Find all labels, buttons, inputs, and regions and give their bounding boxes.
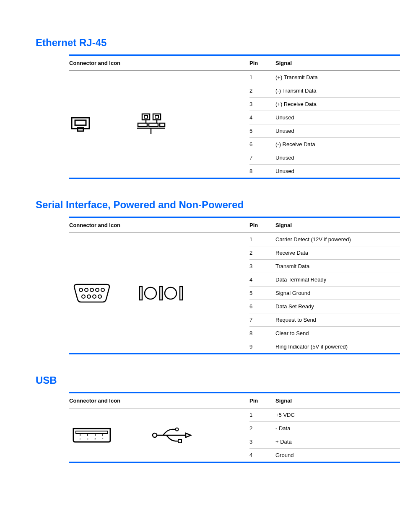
svg-point-18: [101, 288, 104, 292]
th-pin: Pin: [249, 393, 275, 408]
pin: 5: [249, 287, 275, 300]
pin: 3: [249, 98, 275, 111]
signal: + Data: [275, 435, 400, 449]
signal: Receive Data: [275, 246, 400, 260]
usb-trident-icon: [151, 426, 192, 444]
signal: Data Set Ready: [275, 300, 400, 313]
signal: Ground: [275, 449, 400, 462]
pin: 2: [249, 84, 275, 98]
signal: Ring Indicator (5V if powered): [275, 340, 400, 354]
pin: 1: [249, 408, 275, 422]
section-ethernet: Ethernet RJ-45 Connector and Icon Pin Si…: [36, 37, 371, 179]
pin: 8: [249, 165, 275, 178]
pin: 4: [249, 273, 275, 287]
th-connector: Connector and Icon: [69, 55, 249, 71]
svg-rect-11: [160, 123, 165, 127]
pin: 4: [249, 111, 275, 124]
pin: 2: [249, 246, 275, 260]
svg-rect-27: [180, 287, 182, 300]
th-pin: Pin: [249, 55, 275, 71]
pin: 9: [249, 340, 275, 354]
svg-rect-5: [153, 114, 161, 120]
pin: 3: [249, 260, 275, 273]
signal: - Data: [275, 422, 400, 435]
svg-point-24: [145, 287, 156, 299]
svg-point-37: [153, 433, 157, 437]
svg-text:1: 1: [79, 437, 81, 440]
svg-text:4: 4: [102, 437, 104, 440]
signal: (-) Receive Data: [275, 138, 400, 151]
svg-rect-1: [75, 120, 86, 125]
svg-point-16: [90, 288, 94, 292]
svg-rect-9: [138, 123, 147, 127]
rj45-port-icon: [71, 116, 90, 133]
signal: (-) Transmit Data: [275, 84, 400, 98]
serial-table: Connector and Icon Pin Signal: [69, 217, 400, 354]
th-connector: Connector and Icon: [69, 217, 249, 233]
signal: Carrier Detect (12V if powered): [275, 233, 400, 246]
connector-icon-cell: 1 2 3 4: [69, 408, 249, 462]
pin: 8: [249, 327, 275, 340]
usb-port-icon: 1 2 3 4: [71, 426, 113, 444]
th-connector: Connector and Icon: [69, 393, 249, 408]
svg-point-15: [85, 288, 88, 292]
pin: 1: [249, 233, 275, 246]
pin: 6: [249, 138, 275, 151]
signal: Data Terminal Ready: [275, 273, 400, 287]
pin: 2: [249, 422, 275, 435]
signal: Unused: [275, 165, 400, 178]
th-signal: Signal: [275, 393, 400, 408]
svg-rect-4: [144, 116, 148, 118]
pin: 1: [249, 71, 275, 84]
svg-rect-0: [72, 118, 89, 129]
signal: +5 VDC: [275, 408, 400, 422]
svg-text:3: 3: [94, 437, 96, 440]
signal: Request to Send: [275, 313, 400, 327]
connector-icon-cell: [69, 71, 249, 178]
table-row: 1 2 3 4: [69, 408, 400, 422]
signal: Unused: [275, 111, 400, 124]
th-signal: Signal: [275, 217, 400, 233]
svg-rect-2: [78, 128, 83, 131]
signal: (+) Receive Data: [275, 98, 400, 111]
pin: 7: [249, 313, 275, 327]
ioioi-icon: [138, 284, 188, 302]
svg-point-21: [93, 295, 96, 298]
th-pin: Pin: [249, 217, 275, 233]
section-heading: Serial Interface, Powered and Non-Powere…: [36, 199, 371, 211]
svg-point-14: [79, 288, 83, 292]
pin: 3: [249, 435, 275, 449]
signal: (+) Transmit Data: [275, 71, 400, 84]
svg-point-26: [165, 287, 177, 299]
svg-point-22: [98, 295, 101, 298]
ethernet-network-icon: [136, 113, 166, 136]
table-row: 1 (+) Transmit Data: [69, 71, 400, 84]
th-signal: Signal: [275, 55, 400, 71]
signal: Clear to Send: [275, 327, 400, 340]
section-usb: USB Connector and Icon Pin Signal: [36, 374, 371, 463]
signal: Unused: [275, 151, 400, 165]
svg-rect-3: [142, 114, 150, 120]
svg-rect-6: [155, 116, 158, 118]
pin: 5: [249, 124, 275, 138]
signal: Unused: [275, 124, 400, 138]
pin: 7: [249, 151, 275, 165]
svg-rect-23: [140, 287, 142, 300]
section-serial: Serial Interface, Powered and Non-Powere…: [36, 199, 371, 354]
table-row: 1 Carrier Detect (12V if powered): [69, 233, 400, 246]
svg-marker-39: [186, 433, 191, 437]
pin: 4: [249, 449, 275, 462]
svg-rect-25: [160, 287, 162, 300]
db9-connector-icon: [71, 283, 113, 304]
svg-rect-10: [149, 123, 158, 127]
svg-text:2: 2: [87, 437, 88, 440]
ethernet-table: Connector and Icon Pin Signal: [69, 54, 400, 179]
svg-point-17: [96, 288, 99, 292]
signal: Transmit Data: [275, 260, 400, 273]
section-heading: Ethernet RJ-45: [36, 37, 371, 49]
svg-rect-28: [76, 431, 108, 434]
signal: Signal Ground: [275, 287, 400, 300]
svg-point-40: [176, 428, 179, 431]
svg-point-19: [82, 295, 85, 298]
section-heading: USB: [36, 374, 371, 386]
